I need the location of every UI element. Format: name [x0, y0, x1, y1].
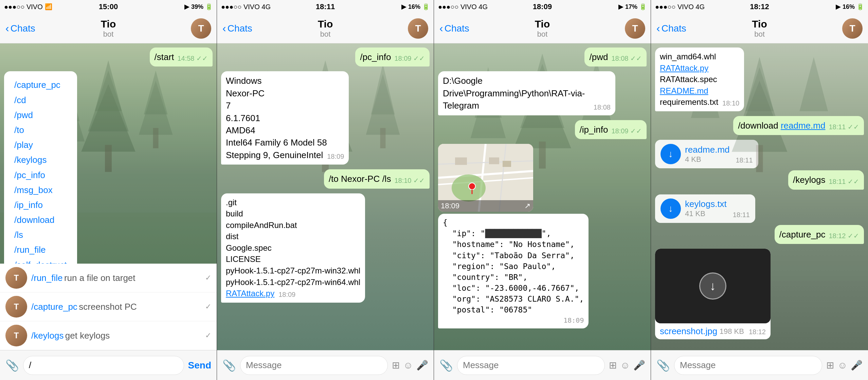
- download-size-readme: 4 KB: [685, 155, 730, 164]
- download-icon-keylogs: ↓: [661, 198, 681, 219]
- screenshot-info: screenshot.jpg 198 KB 18:12: [655, 323, 771, 339]
- ls-line-6: LICENSE: [226, 253, 360, 265]
- expand-icon-3[interactable]: ⊞: [609, 360, 617, 371]
- map-bubble[interactable]: 18:09 ↗: [438, 144, 533, 212]
- msg-bubble-ip-info: /ip_info 18:09 ✓✓: [575, 120, 647, 139]
- msg-time-keylogs-cmd: 18:11 ✓✓: [829, 177, 859, 186]
- emoji-icon-4[interactable]: ☺: [837, 360, 847, 371]
- send-button-1[interactable]: Send: [188, 360, 211, 371]
- back-button-2[interactable]: ‹ Chats: [222, 22, 252, 35]
- cmd-download: /download: [14, 212, 67, 227]
- ls-line-5: Google.spec: [226, 242, 360, 254]
- msg-text-ip-info: /ip_info: [580, 124, 608, 136]
- status-left-4: ●●●○○ VIVO 4G: [655, 3, 705, 11]
- avatar-1[interactable]: T: [191, 18, 211, 39]
- nav-subtitle-1: bot: [101, 30, 116, 39]
- avatar-2[interactable]: T: [408, 18, 428, 39]
- time-1: 15:00: [99, 2, 118, 11]
- avatar-4[interactable]: T: [842, 18, 863, 39]
- avatar-initial-1: T: [198, 23, 204, 34]
- cmd-self-destruct: /self_destruct: [14, 258, 67, 264]
- ip-json: { "ip": "████████████", "hostname": "No …: [443, 217, 584, 316]
- list-item-run-file[interactable]: T /run_file run a file on target ✓: [0, 264, 217, 292]
- ls-line-1: .git: [226, 197, 360, 208]
- file-ratattack-spec: RATAttack.spec: [660, 74, 739, 85]
- chevron-left-icon-1: ‹: [5, 22, 9, 35]
- expand-icon-4[interactable]: ⊞: [826, 360, 834, 371]
- message-input-4[interactable]: [674, 356, 822, 375]
- screenshot-dl-bubble[interactable]: ↓ screenshot.jpg 198 KB 18:12: [655, 249, 771, 339]
- ls-line-2: build: [226, 208, 360, 220]
- msg-time-keylogs-dl: 18:11: [733, 211, 750, 219]
- mic-icon-2[interactable]: 🎤: [416, 360, 428, 371]
- download-name-readme: readme.md: [685, 145, 730, 155]
- tick-capture-pc: ✓: [205, 302, 211, 311]
- svg-rect-40: [503, 161, 511, 167]
- emoji-icon-3[interactable]: ☺: [620, 360, 630, 371]
- list-item-capture-pc[interactable]: T /capture_pc screenshot PC ✓: [0, 292, 217, 321]
- download-size-keylogs: 41 KB: [685, 209, 727, 218]
- wifi-icon-1: 📶: [45, 3, 52, 11]
- msg-row-pc-info-resp: Windows Nexor-PC 7 6.1.7601 AMD64 Intel6…: [221, 71, 430, 167]
- emoji-icon-2[interactable]: ☺: [403, 360, 413, 371]
- map-time-bar: 18:09 ↗: [438, 200, 533, 212]
- carrier-2: ●●●○○ VIVO 4G: [221, 3, 271, 11]
- svg-rect-39: [489, 157, 499, 164]
- panel-2: ●●●○○ VIVO 4G 18:11 ▶ 16% 🔋 ‹ Chats Tio …: [217, 0, 434, 380]
- back-button-3[interactable]: ‹ Chats: [439, 22, 469, 35]
- attach-icon-3[interactable]: 📎: [439, 359, 453, 372]
- back-label-4: Chats: [662, 23, 686, 34]
- time-4: 18:12: [750, 2, 769, 11]
- msg-time-pwd: 18:08 ✓✓: [611, 54, 642, 63]
- msg-time-pc-resp: 18:09: [327, 152, 344, 161]
- pc-info-line-5: AMD64: [226, 124, 344, 136]
- msg-text-to-ls: /to Nexor-PC /ls: [329, 173, 391, 185]
- attach-icon-2[interactable]: 📎: [222, 359, 236, 372]
- nav-center-1: Tio bot: [101, 18, 116, 39]
- attach-icon-4[interactable]: 📎: [656, 359, 670, 372]
- chevron-left-icon-4: ‹: [656, 22, 660, 35]
- battery-2: 16% 🔋: [408, 3, 430, 11]
- file-ratattack-py: RATAttack.py: [660, 62, 739, 74]
- message-input-1[interactable]: [23, 356, 184, 375]
- msg-row-ls-resp: .git build compileAndRun.bat dist Google…: [221, 193, 430, 305]
- location-icon-2: ▶: [401, 3, 406, 11]
- avatar-initial-3: T: [632, 23, 638, 34]
- download-bubble-readme[interactable]: ↓ readme.md 4 KB 18:11: [655, 140, 758, 168]
- list-item-keylogs[interactable]: T /keylogs get keylogs ✓: [0, 321, 217, 350]
- mic-icon-4[interactable]: 🎤: [851, 360, 863, 371]
- avatar-3[interactable]: T: [625, 18, 645, 39]
- download-bubble-keylogs[interactable]: ↓ keylogs.txt 41 KB 18:11: [655, 194, 755, 223]
- msg-text-start: /start: [155, 51, 174, 63]
- location-icon-4: ▶: [836, 3, 840, 11]
- cmd-list: /capture_pc /cd /pwd /to /play /keylogs …: [9, 75, 72, 264]
- status-bar-3: ●●●○○ VIVO 4G 18:09 ▶ 17% 🔋: [434, 0, 651, 14]
- expand-icon-2[interactable]: ⊞: [392, 360, 400, 371]
- input-bar-1: 📎 Send: [0, 350, 217, 380]
- map-share-icon[interactable]: ↗: [524, 202, 530, 210]
- cmd-pc-info: /pc_info: [14, 168, 67, 183]
- nav-subtitle-2: bot: [318, 30, 333, 39]
- mic-icon-3[interactable]: 🎤: [633, 360, 645, 371]
- ls-line-4: dist: [226, 231, 360, 242]
- info-keylogs: /keylogs get keylogs: [31, 330, 201, 341]
- pc-info-line-2: Nexor-PC: [226, 87, 344, 99]
- message-input-3[interactable]: [457, 356, 605, 375]
- msg-time-pc-info: 18:09 ✓✓: [394, 54, 425, 63]
- cmd-ls: /ls: [14, 227, 67, 242]
- msg-time-screenshot: 18:12: [749, 328, 766, 336]
- message-input-2[interactable]: [240, 356, 388, 375]
- status-bar-4: ●●●○○ VIVO 4G 18:12 ▶ 16% 🔋: [651, 0, 868, 14]
- attach-icon-1[interactable]: 📎: [5, 359, 19, 372]
- info-run-file: /run_file run a file on target: [31, 273, 201, 283]
- svg-point-42: [469, 183, 475, 190]
- pc-info-line-7: Stepping 9, GenuineIntel 18:09: [226, 149, 344, 161]
- chat-area-3: /pwd 18:08 ✓✓ D:\Google Drive\Programmin…: [434, 43, 651, 350]
- ls-line-8: pyHook-1.5.1-cp27-cp27m-win64.whl: [226, 277, 360, 288]
- carrier-4: ●●●○○ VIVO 4G: [655, 3, 705, 11]
- back-button-1[interactable]: ‹ Chats: [5, 22, 35, 35]
- msg-row-download-readme: /download readme.md 18:11 ✓✓: [655, 116, 864, 138]
- nav-center-3: Tio bot: [535, 18, 550, 39]
- msg-time-pwd-resp: 18:08: [594, 102, 611, 112]
- back-button-4[interactable]: ‹ Chats: [656, 22, 686, 35]
